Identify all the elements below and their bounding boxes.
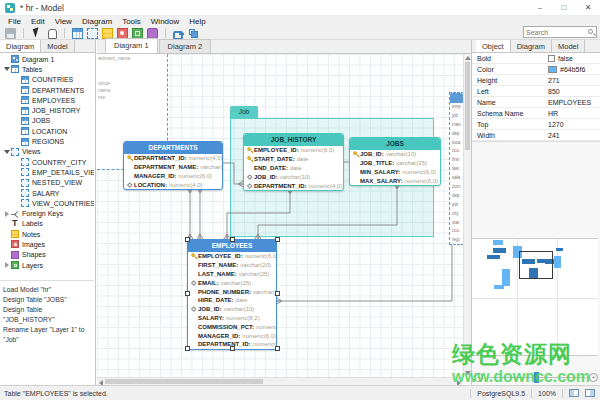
tree-item-tables[interactable]: Tables [0,64,94,74]
diagram-canvas[interactable]: artment_namevincenameme JobDEPARTMENTSDE… [97,54,463,377]
menu-tools[interactable]: Tools [117,16,146,27]
tree-item-emp-details-view[interactable]: EMP_DETAILS_VIEW [0,167,94,177]
property-value[interactable]: EMPLOYEES [548,99,591,106]
color-swatch[interactable] [548,66,557,73]
zoom-out-button[interactable]: − [474,373,483,382]
sidebar-tab-diagram[interactable]: Diagram [0,40,41,52]
sidebar-tab-model[interactable]: Model [41,40,74,52]
menu-view[interactable]: View [50,16,77,27]
tree-item-employees[interactable]: EMPLOYEES [0,95,94,105]
properties-tab-object[interactable]: Object [476,40,511,52]
expand-icon[interactable] [3,262,11,268]
er-table-departments[interactable]: DEPARTMENTSDEPARTMENT_ID:numeric(4,0)DEP… [123,141,223,190]
menu-window[interactable]: Window [146,16,184,27]
er-table-employees[interactable]: EMPLOYEESEMPLOYEE_ID:numeric(6,0)FIRST_N… [187,239,277,350]
tree-item-regions[interactable]: REGIONS [0,136,94,146]
tree-item-departments[interactable]: DEPARTMENTS [0,85,94,95]
property-value-cell[interactable]: 271 [548,77,600,84]
canvas-horizontal-scrollbar[interactable] [97,377,463,385]
tree-item-diagram-1[interactable]: Diagram 1 [0,54,94,64]
menu-edit[interactable]: Edit [26,16,50,27]
maximize-button[interactable]: □ [552,0,576,16]
property-value-cell[interactable]: false [548,55,600,62]
property-value[interactable]: false [558,55,573,62]
tree-item-country-city[interactable]: COUNTRY_CITY [0,157,94,167]
tree-item-notes[interactable]: Notes [0,229,94,239]
tree-item-job-history[interactable]: JOB_HISTORY [0,105,94,115]
expand-icon[interactable] [3,211,11,217]
minimap-viewport[interactable] [519,251,553,279]
tree-item-location[interactable]: LOCATION [0,126,94,136]
connector-line[interactable] [223,163,243,184]
er-table-job-history[interactable]: JOB_HISTORYEMPLOYEE_ID:numeric(6,0)START… [243,133,344,191]
tree-item-images[interactable]: Images [0,239,94,249]
property-value-cell[interactable]: 241 [548,132,600,139]
menu-help[interactable]: Help [184,16,210,27]
property-value-cell[interactable]: HR [548,110,600,117]
selection-handle[interactable] [185,291,190,296]
selection-handle[interactable] [230,346,235,351]
new-image-icon[interactable] [117,28,128,39]
zoom-slider-thumb[interactable] [534,372,539,383]
property-value[interactable]: 850 [548,88,560,95]
property-value-cell[interactable]: EMPLOYEES [548,99,600,106]
menu-file[interactable]: File [3,16,26,27]
collapse-icon[interactable] [3,150,11,154]
property-value[interactable]: 241 [548,132,560,139]
connector-line[interactable] [258,184,397,239]
connector-line[interactable] [277,245,452,301]
tree-item-layers[interactable]: Layers [0,260,94,270]
selection-handle[interactable] [230,237,235,242]
er-table-jobs[interactable]: JOBSJOB_ID:varchar(10)JOB_TITLE:varchar(… [349,137,441,186]
tree-item-labels[interactable]: Labels [0,219,94,229]
new-table-icon[interactable] [72,28,83,39]
property-value[interactable]: 1270 [548,121,564,128]
property-value-cell[interactable]: #64b5f6 [548,66,600,73]
selection-handle[interactable] [185,346,190,351]
hand-icon[interactable] [46,28,57,39]
new-shape-icon[interactable] [147,28,158,39]
zoom-slider[interactable] [487,377,585,378]
collapse-icon[interactable] [3,67,11,71]
search-input[interactable] [526,27,586,37]
property-value[interactable]: #64b5f6 [560,66,585,73]
canvas-vertical-scrollbar[interactable] [463,54,471,377]
pointer-icon[interactable] [31,28,42,39]
new-view-icon[interactable] [87,28,98,39]
tree-item-foreign-keys[interactable]: Foreign Keys [0,208,94,218]
close-button[interactable]: ✕ [576,0,600,16]
tree-item-jobs[interactable]: JOBS [0,116,94,126]
new-layer-icon[interactable] [132,28,143,39]
tree-item-view-countries[interactable]: VIEW_COUNTRIES [0,198,94,208]
minimize-button[interactable]: – [528,0,552,16]
view-stub-emp-details[interactable]: empjobmandeplocacoufirstlastsalacomdepjo… [449,92,463,245]
tree-item-countries[interactable]: COUNTRIES [0,75,94,85]
diagram-tab-diagram-1[interactable]: Diagram 1 [105,38,158,53]
horizontal-scroll-thumb[interactable] [105,379,263,384]
tree-item-shapes[interactable]: Shapes [0,250,94,260]
property-value[interactable]: 271 [548,77,560,84]
save-icon[interactable] [5,28,16,39]
tree-item-salary[interactable]: SALARY [0,188,94,198]
property-value[interactable]: HR [548,110,558,117]
auto-layout-icon[interactable] [188,28,199,39]
new-note-icon[interactable] [102,28,113,39]
checkbox-icon[interactable] [548,55,555,62]
property-value-cell[interactable]: 850 [548,88,600,95]
layout-pane-right-icon[interactable] [585,389,595,397]
new-foreign-key-icon[interactable] [173,28,184,39]
menu-diagram[interactable]: Diagram [77,16,117,27]
selection-handle[interactable] [275,346,280,351]
selection-handle[interactable] [185,237,190,242]
property-value-cell[interactable]: 1270 [548,121,600,128]
layout-pane-left-icon[interactable] [569,389,579,397]
selection-handle[interactable] [275,291,280,296]
properties-tab-model[interactable]: Model [552,40,585,52]
tree-item-nested-view[interactable]: NESTED_VIEW [0,178,94,188]
tree-item-views[interactable]: Views [0,147,94,157]
diagram-tab-diagram-2[interactable]: Diagram 2 [159,39,212,53]
properties-tab-diagram[interactable]: Diagram [511,40,552,52]
vertical-scroll-thumb[interactable] [465,62,470,150]
selection-handle[interactable] [275,237,280,242]
zoom-in-button[interactable]: + [589,373,598,382]
